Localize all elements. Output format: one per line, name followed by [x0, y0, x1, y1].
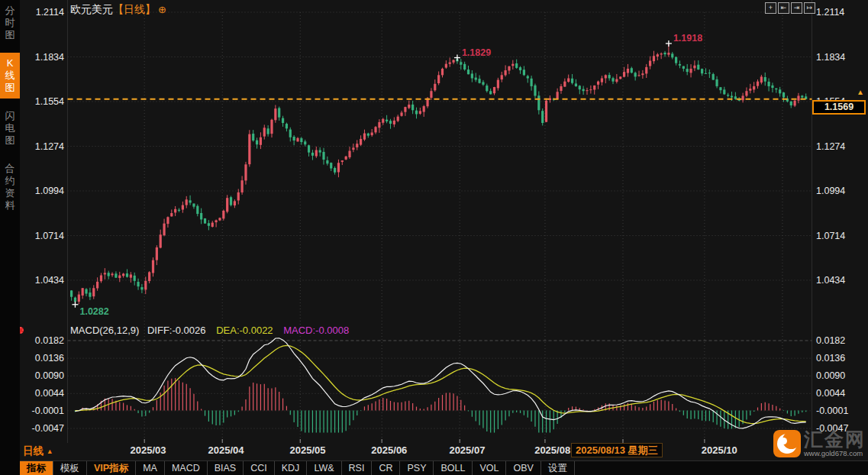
price-axis-label-left: 1.0434: [35, 275, 64, 286]
sidebar-tab-2[interactable]: 闪电图: [0, 105, 20, 151]
sidebar-tab-0[interactable]: 分时图: [0, 0, 20, 46]
crosshair-icon[interactable]: +: [765, 2, 776, 14]
price-axis-label-right: 1.1834: [816, 52, 845, 63]
price-axis-label-right: 1.1274: [816, 141, 845, 152]
macd-axis-label-left: -0.0047: [32, 423, 64, 434]
toolbar-item-VOL[interactable]: VOL: [473, 461, 506, 475]
macd-axis-label-right: -0.0001: [816, 406, 848, 416]
pan-right-icon[interactable]: ↦: [804, 2, 815, 14]
price-axis-label-left: 1.1554: [35, 96, 64, 107]
macd-axis-label-left: 0.0090: [35, 370, 64, 381]
x-axis-label: 2025/10: [702, 444, 737, 456]
logo-name: 汇金网: [804, 430, 866, 448]
price-axis-label-right: 1.0994: [816, 186, 845, 196]
macd-axis-label-left: 0.0136: [35, 353, 64, 364]
zoom-out-axis-icon[interactable]: ⇥: [791, 2, 802, 14]
x-axis-label: 2025/07: [449, 444, 485, 456]
macd-macd-value: MACD:-0.0008: [283, 325, 349, 336]
macd-histogram: [75, 378, 805, 433]
price-axis-label-right: 1.0714: [816, 231, 845, 241]
macd-dea-value: DEA:-0.0022: [216, 325, 273, 336]
chart-tool-buttons: +⇤⇥↦: [765, 2, 815, 14]
chart-title: 欧元美元【日线】⊕: [70, 3, 166, 17]
x-axis-label: 2025/04: [208, 444, 244, 456]
x-axis-row: 日线 ▲ 2025/032025/042025/052025/062025/07…: [0, 443, 868, 460]
x-axis-label: 2025/06: [371, 444, 407, 456]
price-up-arrow-icon: ▲: [857, 88, 864, 96]
toolbar-item-BOLL[interactable]: BOLL: [434, 461, 473, 475]
price-axis-label-right: 1.0434: [816, 275, 845, 286]
x-axis-label: 2025/03: [131, 444, 166, 456]
x-axis-label: 2025/08: [534, 444, 570, 456]
macd-axis-label-right: 0.0090: [816, 370, 845, 381]
diff-line: [75, 338, 805, 428]
price-axis-label-left: 1.0994: [35, 186, 64, 196]
macd-axis-label-left: -0.0001: [32, 406, 64, 416]
macd-param-label: MACD(26,12,9): [70, 325, 139, 336]
macd-header: MACD(26,12,9) DIFF:-0.0026 DEA:-0.0022 M…: [70, 325, 349, 336]
toolbar-item-设置[interactable]: 设置: [541, 461, 575, 475]
indicator-toolbar: 指标模板VIP指标MAMACDBIASCCIKDJLW&RSICRPSYBOLL…: [0, 460, 868, 475]
price-annotation: 1.1829: [462, 47, 491, 58]
toolbar-item-OBV[interactable]: OBV: [506, 461, 540, 475]
macd-axis-label-right: 0.0136: [816, 353, 845, 364]
triangle-up-icon: ▲: [47, 448, 53, 455]
toolbar-item-VIP指标[interactable]: VIP指标: [87, 461, 136, 475]
price-axis-label-left: 1.0714: [35, 231, 64, 241]
toolbar-item-BIAS[interactable]: BIAS: [208, 461, 244, 475]
toolbar-item-MA[interactable]: MA: [136, 461, 165, 475]
add-indicator-icon[interactable]: ⊕: [158, 4, 166, 15]
zoom-in-axis-icon[interactable]: ⇤: [778, 2, 789, 14]
candlestick-series: [70, 44, 807, 305]
toolbar-item-LW&[interactable]: LW&: [307, 461, 341, 475]
macd-axis-label-right: 0.0182: [816, 335, 845, 346]
price-axis-label-right: 1.2114: [816, 7, 844, 18]
logo-url: www.gold678.com: [804, 449, 866, 457]
sidebar-tab-1[interactable]: K线图: [0, 53, 20, 99]
toolbar-item-PSY[interactable]: PSY: [400, 461, 434, 475]
x-axis-label: 2025/05: [289, 444, 325, 456]
toolbar-item-RSI[interactable]: RSI: [342, 461, 373, 475]
price-annotation: 1.0282: [79, 306, 108, 317]
toolbar-item-模板[interactable]: 模板: [53, 461, 87, 475]
symbol-name: 欧元美元: [70, 3, 113, 15]
toolbar-item-KDJ[interactable]: KDJ: [275, 461, 308, 475]
price-axis-label-left: 1.1274: [35, 141, 64, 152]
huijin-logo-icon: [773, 430, 801, 457]
dea-line: [75, 345, 805, 423]
macd-diff-value: DIFF:-0.0026: [147, 325, 206, 336]
chart-type-sidebar: 分时图K线图闪电图合约资料: [0, 0, 20, 475]
price-axis-label-left: 1.2114: [36, 7, 64, 18]
site-logo: 汇金网 www.gold678.com: [773, 430, 866, 457]
period-badge: 【日线】: [113, 3, 156, 15]
candlestick-chart-canvas[interactable]: 1.02821.18291.19181.21141.21141.18341.18…: [0, 0, 868, 443]
price-annotation: 1.1918: [673, 33, 702, 44]
axis-labels: 1.21141.21141.18341.18341.15541.15541.12…: [32, 7, 849, 434]
macd-axis-label-left: 0.0182: [35, 335, 64, 346]
toolbar-item-CR[interactable]: CR: [372, 461, 400, 475]
price-axis-label-left: 1.1834: [35, 52, 64, 63]
last-price-tag: 1.1569: [812, 100, 866, 115]
trading-app-window: 1.02821.18291.19181.21141.21141.18341.18…: [0, 0, 868, 475]
macd-axis-label-right: 0.0044: [816, 388, 845, 399]
toolbar-item-CCI[interactable]: CCI: [244, 461, 275, 475]
period-selector[interactable]: 日线 ▲: [23, 444, 53, 458]
toolbar-item-指标[interactable]: 指标: [20, 461, 53, 475]
toolbar-item-MACD[interactable]: MACD: [165, 461, 208, 475]
selected-date-box: 2025/08/13 星期三: [571, 443, 663, 457]
macd-axis-label-left: 0.0044: [35, 388, 64, 399]
sidebar-tab-3[interactable]: 合约资料: [0, 158, 20, 216]
